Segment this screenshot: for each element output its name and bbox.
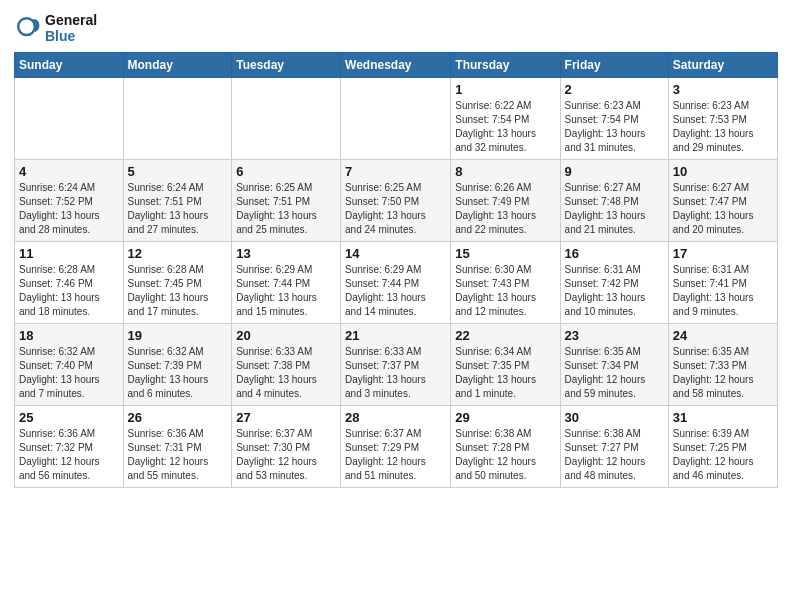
day-number: 16: [565, 246, 664, 261]
calendar-cell: 9Sunrise: 6:27 AM Sunset: 7:48 PM Daylig…: [560, 160, 668, 242]
day-info: Sunrise: 6:37 AM Sunset: 7:29 PM Dayligh…: [345, 427, 446, 483]
weekday-header: Tuesday: [232, 53, 341, 78]
calendar-cell: 1Sunrise: 6:22 AM Sunset: 7:54 PM Daylig…: [451, 78, 560, 160]
day-number: 1: [455, 82, 555, 97]
day-info: Sunrise: 6:23 AM Sunset: 7:53 PM Dayligh…: [673, 99, 773, 155]
calendar-cell: 24Sunrise: 6:35 AM Sunset: 7:33 PM Dayli…: [668, 324, 777, 406]
calendar-cell: 17Sunrise: 6:31 AM Sunset: 7:41 PM Dayli…: [668, 242, 777, 324]
day-info: Sunrise: 6:38 AM Sunset: 7:28 PM Dayligh…: [455, 427, 555, 483]
day-info: Sunrise: 6:25 AM Sunset: 7:51 PM Dayligh…: [236, 181, 336, 237]
calendar-cell: 23Sunrise: 6:35 AM Sunset: 7:34 PM Dayli…: [560, 324, 668, 406]
calendar-cell: 2Sunrise: 6:23 AM Sunset: 7:54 PM Daylig…: [560, 78, 668, 160]
calendar-cell: 10Sunrise: 6:27 AM Sunset: 7:47 PM Dayli…: [668, 160, 777, 242]
day-number: 21: [345, 328, 446, 343]
weekday-header: Friday: [560, 53, 668, 78]
day-info: Sunrise: 6:37 AM Sunset: 7:30 PM Dayligh…: [236, 427, 336, 483]
day-info: Sunrise: 6:33 AM Sunset: 7:37 PM Dayligh…: [345, 345, 446, 401]
logo-general: General: [45, 12, 97, 28]
day-info: Sunrise: 6:25 AM Sunset: 7:50 PM Dayligh…: [345, 181, 446, 237]
day-number: 13: [236, 246, 336, 261]
calendar-cell: 18Sunrise: 6:32 AM Sunset: 7:40 PM Dayli…: [15, 324, 124, 406]
day-info: Sunrise: 6:26 AM Sunset: 7:49 PM Dayligh…: [455, 181, 555, 237]
day-number: 3: [673, 82, 773, 97]
calendar-cell: 16Sunrise: 6:31 AM Sunset: 7:42 PM Dayli…: [560, 242, 668, 324]
calendar-cell: 5Sunrise: 6:24 AM Sunset: 7:51 PM Daylig…: [123, 160, 232, 242]
day-number: 28: [345, 410, 446, 425]
calendar-cell: 13Sunrise: 6:29 AM Sunset: 7:44 PM Dayli…: [232, 242, 341, 324]
day-number: 19: [128, 328, 228, 343]
calendar-cell: 20Sunrise: 6:33 AM Sunset: 7:38 PM Dayli…: [232, 324, 341, 406]
day-number: 20: [236, 328, 336, 343]
calendar-cell: 15Sunrise: 6:30 AM Sunset: 7:43 PM Dayli…: [451, 242, 560, 324]
page: General Blue SundayMondayTuesdayWednesda…: [0, 0, 792, 612]
day-number: 22: [455, 328, 555, 343]
day-number: 6: [236, 164, 336, 179]
day-number: 30: [565, 410, 664, 425]
calendar-cell: 11Sunrise: 6:28 AM Sunset: 7:46 PM Dayli…: [15, 242, 124, 324]
calendar-week-row: 11Sunrise: 6:28 AM Sunset: 7:46 PM Dayli…: [15, 242, 778, 324]
day-info: Sunrise: 6:27 AM Sunset: 7:48 PM Dayligh…: [565, 181, 664, 237]
day-number: 27: [236, 410, 336, 425]
calendar-week-row: 18Sunrise: 6:32 AM Sunset: 7:40 PM Dayli…: [15, 324, 778, 406]
calendar-week-row: 25Sunrise: 6:36 AM Sunset: 7:32 PM Dayli…: [15, 406, 778, 488]
day-info: Sunrise: 6:32 AM Sunset: 7:40 PM Dayligh…: [19, 345, 119, 401]
header: General Blue: [14, 12, 778, 44]
day-number: 7: [345, 164, 446, 179]
day-info: Sunrise: 6:33 AM Sunset: 7:38 PM Dayligh…: [236, 345, 336, 401]
calendar-cell: [123, 78, 232, 160]
day-info: Sunrise: 6:23 AM Sunset: 7:54 PM Dayligh…: [565, 99, 664, 155]
weekday-header: Saturday: [668, 53, 777, 78]
day-info: Sunrise: 6:36 AM Sunset: 7:31 PM Dayligh…: [128, 427, 228, 483]
calendar-cell: 30Sunrise: 6:38 AM Sunset: 7:27 PM Dayli…: [560, 406, 668, 488]
day-number: 18: [19, 328, 119, 343]
day-number: 25: [19, 410, 119, 425]
day-number: 5: [128, 164, 228, 179]
day-number: 10: [673, 164, 773, 179]
day-info: Sunrise: 6:39 AM Sunset: 7:25 PM Dayligh…: [673, 427, 773, 483]
logo: General Blue: [14, 12, 97, 44]
calendar-header: SundayMondayTuesdayWednesdayThursdayFrid…: [15, 53, 778, 78]
calendar-week-row: 1Sunrise: 6:22 AM Sunset: 7:54 PM Daylig…: [15, 78, 778, 160]
day-number: 11: [19, 246, 119, 261]
calendar-cell: 28Sunrise: 6:37 AM Sunset: 7:29 PM Dayli…: [341, 406, 451, 488]
day-number: 29: [455, 410, 555, 425]
calendar-cell: 31Sunrise: 6:39 AM Sunset: 7:25 PM Dayli…: [668, 406, 777, 488]
calendar-cell: 14Sunrise: 6:29 AM Sunset: 7:44 PM Dayli…: [341, 242, 451, 324]
day-number: 23: [565, 328, 664, 343]
day-number: 31: [673, 410, 773, 425]
calendar-cell: 29Sunrise: 6:38 AM Sunset: 7:28 PM Dayli…: [451, 406, 560, 488]
calendar-cell: 7Sunrise: 6:25 AM Sunset: 7:50 PM Daylig…: [341, 160, 451, 242]
calendar-week-row: 4Sunrise: 6:24 AM Sunset: 7:52 PM Daylig…: [15, 160, 778, 242]
day-number: 9: [565, 164, 664, 179]
day-info: Sunrise: 6:27 AM Sunset: 7:47 PM Dayligh…: [673, 181, 773, 237]
day-number: 24: [673, 328, 773, 343]
calendar-table: SundayMondayTuesdayWednesdayThursdayFrid…: [14, 52, 778, 488]
calendar-cell: 4Sunrise: 6:24 AM Sunset: 7:52 PM Daylig…: [15, 160, 124, 242]
calendar-cell: 27Sunrise: 6:37 AM Sunset: 7:30 PM Dayli…: [232, 406, 341, 488]
calendar-cell: 22Sunrise: 6:34 AM Sunset: 7:35 PM Dayli…: [451, 324, 560, 406]
calendar-cell: [15, 78, 124, 160]
day-info: Sunrise: 6:35 AM Sunset: 7:33 PM Dayligh…: [673, 345, 773, 401]
calendar-body: 1Sunrise: 6:22 AM Sunset: 7:54 PM Daylig…: [15, 78, 778, 488]
day-info: Sunrise: 6:28 AM Sunset: 7:45 PM Dayligh…: [128, 263, 228, 319]
calendar-cell: 21Sunrise: 6:33 AM Sunset: 7:37 PM Dayli…: [341, 324, 451, 406]
day-info: Sunrise: 6:35 AM Sunset: 7:34 PM Dayligh…: [565, 345, 664, 401]
day-info: Sunrise: 6:24 AM Sunset: 7:51 PM Dayligh…: [128, 181, 228, 237]
logo-blue: Blue: [45, 28, 97, 44]
day-info: Sunrise: 6:30 AM Sunset: 7:43 PM Dayligh…: [455, 263, 555, 319]
day-number: 4: [19, 164, 119, 179]
calendar-cell: 8Sunrise: 6:26 AM Sunset: 7:49 PM Daylig…: [451, 160, 560, 242]
day-info: Sunrise: 6:28 AM Sunset: 7:46 PM Dayligh…: [19, 263, 119, 319]
day-info: Sunrise: 6:29 AM Sunset: 7:44 PM Dayligh…: [236, 263, 336, 319]
calendar-cell: 25Sunrise: 6:36 AM Sunset: 7:32 PM Dayli…: [15, 406, 124, 488]
day-info: Sunrise: 6:29 AM Sunset: 7:44 PM Dayligh…: [345, 263, 446, 319]
day-info: Sunrise: 6:22 AM Sunset: 7:54 PM Dayligh…: [455, 99, 555, 155]
calendar-cell: 3Sunrise: 6:23 AM Sunset: 7:53 PM Daylig…: [668, 78, 777, 160]
weekday-row: SundayMondayTuesdayWednesdayThursdayFrid…: [15, 53, 778, 78]
calendar-cell: [341, 78, 451, 160]
day-info: Sunrise: 6:24 AM Sunset: 7:52 PM Dayligh…: [19, 181, 119, 237]
day-info: Sunrise: 6:31 AM Sunset: 7:42 PM Dayligh…: [565, 263, 664, 319]
calendar-cell: [232, 78, 341, 160]
calendar-cell: 19Sunrise: 6:32 AM Sunset: 7:39 PM Dayli…: [123, 324, 232, 406]
day-number: 12: [128, 246, 228, 261]
